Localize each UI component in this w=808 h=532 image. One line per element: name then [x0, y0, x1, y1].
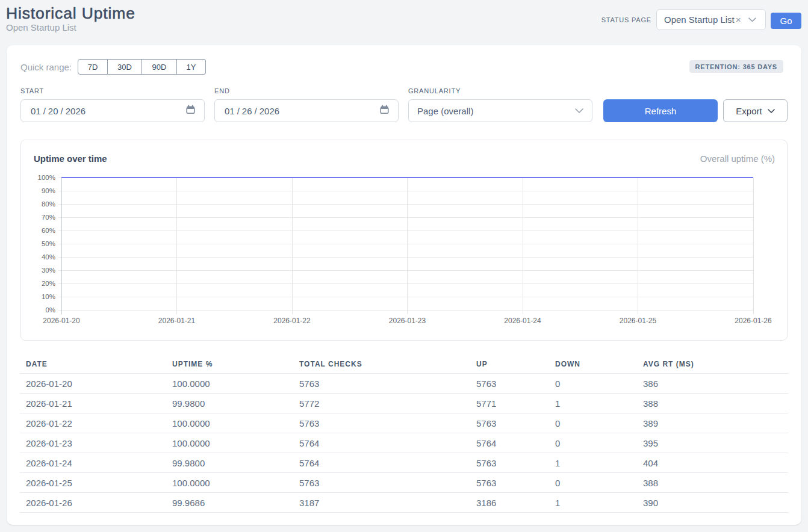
- svg-text:30%: 30%: [42, 267, 55, 274]
- svg-text:60%: 60%: [42, 227, 55, 234]
- svg-text:40%: 40%: [42, 253, 55, 261]
- svg-text:2026-01-26: 2026-01-26: [735, 317, 772, 325]
- svg-text:2026-01-25: 2026-01-25: [620, 317, 657, 325]
- svg-text:0%: 0%: [45, 306, 55, 314]
- svg-text:80%: 80%: [42, 200, 55, 208]
- svg-text:100%: 100%: [38, 174, 55, 181]
- svg-text:50%: 50%: [42, 240, 55, 247]
- svg-text:70%: 70%: [42, 214, 55, 221]
- svg-text:2026-01-21: 2026-01-21: [158, 317, 196, 325]
- svg-text:2026-01-20: 2026-01-20: [43, 317, 80, 325]
- svg-text:2026-01-22: 2026-01-22: [273, 317, 311, 325]
- svg-text:90%: 90%: [42, 187, 55, 194]
- svg-text:2026-01-24: 2026-01-24: [504, 317, 541, 325]
- svg-text:20%: 20%: [42, 280, 55, 287]
- svg-text:10%: 10%: [42, 293, 55, 300]
- svg-text:2026-01-23: 2026-01-23: [389, 317, 426, 325]
